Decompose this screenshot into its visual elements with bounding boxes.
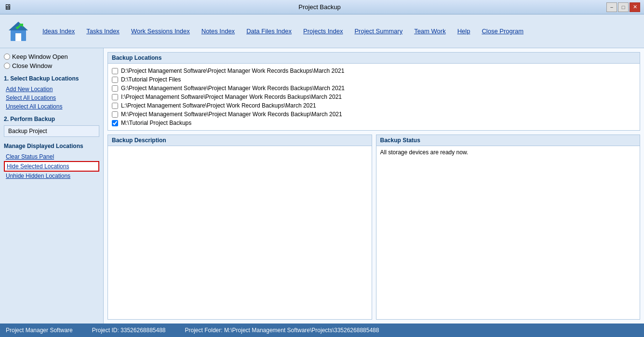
- add-new-location-link[interactable]: Add New Location: [4, 85, 99, 94]
- location-item-4: L:\Project Management Software\Project W…: [112, 101, 636, 110]
- menu-items: Ideas Index Tasks Index Work Sessions In…: [37, 26, 529, 37]
- restore-button[interactable]: □: [618, 2, 629, 12]
- manage-locations-section: Manage Displayed Locations Clear Status …: [4, 143, 99, 180]
- location-path-2: G:\Project Management Software\Project M…: [121, 85, 345, 92]
- main-layout: Keep Window Open Close Window 1. Select …: [0, 48, 644, 324]
- select-all-locations-link[interactable]: Select All Locations: [4, 94, 99, 102]
- menu-bar: Ideas Index Tasks Index Work Sessions In…: [0, 14, 644, 48]
- manage-title: Manage Displayed Locations: [4, 143, 99, 149]
- location-path-6: M:\Tutorial Project Backups: [121, 120, 191, 126]
- location-path-5: M:\Project Management Software\Project M…: [121, 111, 342, 118]
- location-item-3: I:\Project Management Software\Project M…: [112, 93, 636, 101]
- status-bar: Project Manager Software Project ID: 335…: [0, 324, 644, 337]
- close-window-button[interactable]: ✕: [630, 2, 640, 12]
- status-software: Project Manager Software: [6, 327, 73, 334]
- backup-locations-header: Backup Locations: [108, 53, 640, 64]
- location-checkbox-3[interactable]: [112, 94, 118, 100]
- location-item-2: G:\Project Management Software\Project M…: [112, 84, 636, 93]
- backup-locations-panel: Backup Locations D:\Project Management S…: [107, 52, 640, 131]
- menu-item-work-sessions-index[interactable]: Work Sessions Index: [125, 26, 196, 37]
- menu-item-data-files-index[interactable]: Data Files Index: [241, 26, 297, 37]
- backup-button-group: Backup Project: [4, 125, 99, 137]
- section1-title: 1. Select Backup Locations: [4, 75, 99, 82]
- location-path-1: D:\Tutorial Project Files: [121, 76, 181, 83]
- location-checkbox-1[interactable]: [112, 77, 118, 83]
- select-backup-locations-section: 1. Select Backup Locations Add New Locat…: [4, 75, 99, 111]
- location-item-6: M:\Tutorial Project Backups: [112, 119, 636, 127]
- menu-item-ideas-index[interactable]: Ideas Index: [37, 26, 80, 37]
- location-item-1: D:\Tutorial Project Files: [112, 75, 636, 84]
- status-project-id: Project ID: 33526268885488: [92, 327, 166, 334]
- menu-item-team-work[interactable]: Team Work: [408, 26, 452, 37]
- location-path-4: L:\Project Management Software\Project W…: [121, 102, 316, 109]
- close-window-radio[interactable]: Close Window: [4, 62, 99, 69]
- hide-selected-locations-link[interactable]: Hide Selected Locations: [4, 161, 99, 172]
- location-checkbox-6[interactable]: [112, 120, 118, 126]
- location-checkbox-4[interactable]: [112, 103, 118, 109]
- window-mode-group: Keep Window Open Close Window: [4, 53, 99, 69]
- status-project-folder: Project Folder: M:\Project Management So…: [185, 327, 379, 334]
- backup-status-text: All storage devices are ready now.: [376, 146, 640, 159]
- sidebar: Keep Window Open Close Window 1. Select …: [0, 48, 104, 324]
- location-path-3: I:\Project Management Software\Project M…: [121, 94, 342, 100]
- menu-item-project-summary[interactable]: Project Summary: [349, 26, 408, 37]
- backup-description-panel: Backup Description: [107, 135, 372, 320]
- backup-project-button[interactable]: Backup Project: [4, 125, 99, 137]
- keep-window-open-radio[interactable]: Keep Window Open: [4, 53, 99, 60]
- bottom-panels: Backup Description Backup Status All sto…: [107, 135, 640, 320]
- backup-description-header: Backup Description: [108, 135, 372, 146]
- backup-locations-body: D:\Project Management Software\Project M…: [108, 64, 640, 130]
- location-item-5: M:\Project Management Software\Project M…: [112, 110, 636, 119]
- minimize-button[interactable]: −: [606, 2, 617, 12]
- menu-item-help[interactable]: Help: [452, 26, 476, 37]
- location-checkbox-0[interactable]: [112, 68, 118, 74]
- unhide-hidden-locations-link[interactable]: Unhide Hidden Locations: [4, 172, 99, 180]
- content-area: Backup Locations D:\Project Management S…: [104, 48, 644, 324]
- backup-status-header: Backup Status: [376, 135, 640, 146]
- location-item-0: D:\Project Management Software\Project M…: [112, 67, 636, 75]
- backup-status-panel: Backup Status All storage devices are re…: [376, 135, 641, 320]
- menu-item-close-program[interactable]: Close Program: [476, 26, 529, 37]
- location-path-0: D:\Project Management Software\Project M…: [121, 67, 344, 74]
- section2-title: 2. Perform Backup: [4, 116, 99, 122]
- svg-rect-2: [15, 33, 21, 41]
- menu-item-tasks-index[interactable]: Tasks Index: [80, 26, 125, 37]
- window-controls: − □ ✕: [606, 2, 640, 12]
- location-checkbox-5[interactable]: [112, 111, 118, 118]
- clear-status-panel-link[interactable]: Clear Status Panel: [4, 152, 99, 161]
- location-checkbox-2[interactable]: [112, 85, 118, 92]
- menu-item-notes-index[interactable]: Notes Index: [196, 26, 241, 37]
- window-title: Project Backup: [33, 3, 606, 11]
- title-bar: 🖥 Project Backup − □ ✕: [0, 0, 644, 14]
- perform-backup-section: 2. Perform Backup Backup Project: [4, 116, 99, 137]
- menu-item-projects-index[interactable]: Projects Index: [297, 26, 349, 37]
- app-icon: [5, 18, 32, 45]
- unselect-all-locations-link[interactable]: Unselect All Locations: [4, 102, 99, 111]
- backup-description-body: [108, 146, 372, 319]
